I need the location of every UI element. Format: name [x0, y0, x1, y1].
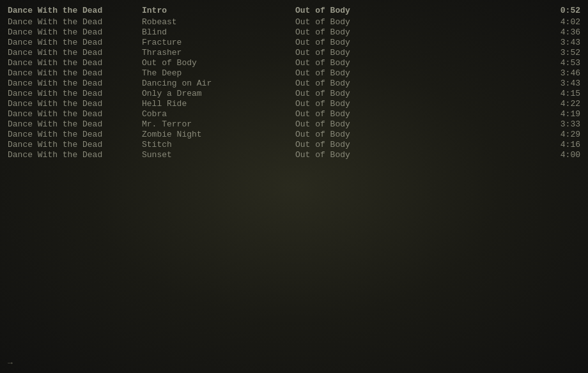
track-artist: Dance With the Dead: [8, 79, 142, 88]
track-album: Out of Body: [295, 99, 542, 109]
track-list: Dance With the Dead Intro Out of Body 0:…: [0, 0, 588, 165]
track-artist: Dance With the Dead: [8, 48, 142, 57]
track-duration: 3:43: [542, 38, 580, 47]
table-row[interactable]: Dance With the DeadBlindOut of Body4:36: [0, 27, 588, 37]
track-title: Stitch: [142, 140, 295, 149]
track-title: Out of Body: [142, 58, 295, 68]
track-title: Hell Ride: [142, 99, 295, 109]
track-duration: 3:52: [542, 48, 580, 57]
header-title: Intro: [142, 6, 295, 15]
track-album: Out of Body: [295, 109, 542, 119]
track-artist: Dance With the Dead: [8, 99, 142, 109]
track-title: Mr. Terror: [142, 119, 295, 129]
track-album: Out of Body: [295, 68, 542, 78]
table-row[interactable]: Dance With the DeadRobeastOut of Body4:0…: [0, 17, 588, 27]
track-title: Cobra: [142, 109, 295, 119]
track-album: Out of Body: [295, 27, 542, 37]
header-album: Out of Body: [295, 6, 542, 15]
track-duration: 4:15: [542, 89, 580, 98]
track-artist: Dance With the Dead: [8, 38, 142, 47]
track-artist: Dance With the Dead: [8, 58, 142, 68]
track-album: Out of Body: [295, 38, 542, 47]
track-artist: Dance With the Dead: [8, 109, 142, 119]
track-album: Out of Body: [295, 140, 542, 149]
track-duration: 4:19: [542, 109, 580, 119]
track-duration: 4:53: [542, 58, 580, 68]
track-title: Thrasher: [142, 48, 295, 57]
table-row[interactable]: Dance With the DeadOnly a DreamOut of Bo…: [0, 88, 588, 98]
track-artist: Dance With the Dead: [8, 140, 142, 149]
header-artist: Dance With the Dead: [8, 6, 142, 15]
track-duration: 4:36: [542, 27, 580, 37]
track-artist: Dance With the Dead: [8, 119, 142, 129]
track-duration: 4:02: [542, 17, 580, 27]
track-duration: 4:00: [542, 150, 580, 160]
table-row[interactable]: Dance With the DeadThe DeepOut of Body3:…: [0, 68, 588, 78]
track-title: The Deep: [142, 68, 295, 78]
track-album: Out of Body: [295, 79, 542, 88]
track-title: Zombie Night: [142, 130, 295, 139]
table-row[interactable]: Dance With the DeadDancing on AirOut of …: [0, 78, 588, 88]
track-title: Dancing on Air: [142, 79, 295, 88]
track-album: Out of Body: [295, 89, 542, 98]
table-row[interactable]: Dance With the DeadStitchOut of Body4:16: [0, 139, 588, 149]
track-album: Out of Body: [295, 48, 542, 57]
track-duration: 4:16: [542, 140, 580, 149]
track-artist: Dance With the Dead: [8, 68, 142, 78]
track-album: Out of Body: [295, 58, 542, 68]
track-duration: 4:22: [542, 99, 580, 109]
track-album: Out of Body: [295, 119, 542, 129]
table-row[interactable]: Dance With the DeadOut of BodyOut of Bod…: [0, 57, 588, 68]
track-album: Out of Body: [295, 17, 542, 27]
track-duration: 3:43: [542, 79, 580, 88]
track-title: Blind: [142, 27, 295, 37]
track-artist: Dance With the Dead: [8, 150, 142, 160]
table-header: Dance With the Dead Intro Out of Body 0:…: [0, 5, 588, 15]
table-row[interactable]: Dance With the DeadCobraOut of Body4:19: [0, 109, 588, 119]
track-duration: 3:46: [542, 68, 580, 78]
track-album: Out of Body: [295, 150, 542, 160]
table-row[interactable]: Dance With the DeadFractureOut of Body3:…: [0, 37, 588, 47]
track-artist: Dance With the Dead: [8, 89, 142, 98]
track-artist: Dance With the Dead: [8, 27, 142, 37]
track-duration: 3:33: [542, 119, 580, 129]
track-artist: Dance With the Dead: [8, 130, 142, 139]
track-duration: 4:29: [542, 130, 580, 139]
track-title: Only a Dream: [142, 89, 295, 98]
table-row[interactable]: Dance With the DeadMr. TerrorOut of Body…: [0, 119, 588, 129]
table-row[interactable]: Dance With the DeadThrasherOut of Body3:…: [0, 47, 588, 57]
track-artist: Dance With the Dead: [8, 17, 142, 27]
table-row[interactable]: Dance With the DeadHell RideOut of Body4…: [0, 98, 588, 109]
table-row[interactable]: Dance With the DeadZombie NightOut of Bo…: [0, 129, 588, 139]
arrow-indicator: →: [8, 358, 13, 368]
track-album: Out of Body: [295, 130, 542, 139]
table-row[interactable]: Dance With the DeadSunsetOut of Body4:00: [0, 149, 588, 160]
header-duration: 0:52: [542, 6, 580, 15]
track-title: Fracture: [142, 38, 295, 47]
track-title: Sunset: [142, 150, 295, 160]
track-title: Robeast: [142, 17, 295, 27]
